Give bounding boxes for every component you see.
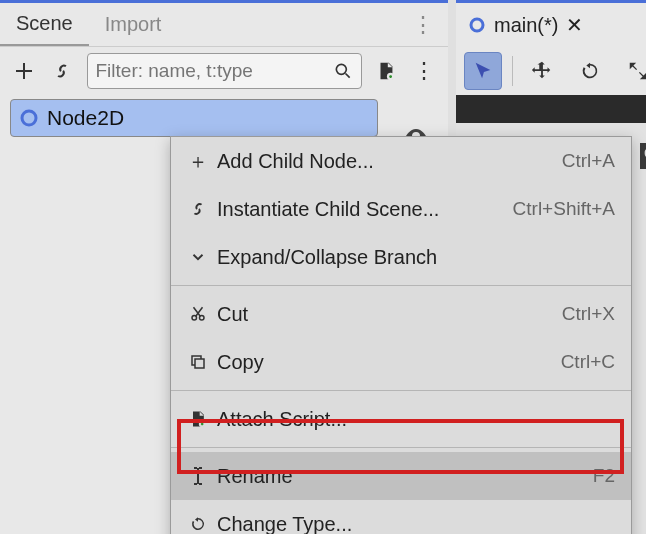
- text-cursor-icon: [185, 466, 211, 486]
- add-node-button[interactable]: [10, 54, 38, 88]
- scene-tree-node[interactable]: Node2D: [10, 99, 378, 137]
- dock-menu-icon[interactable]: ⋮: [398, 12, 448, 38]
- tab-import[interactable]: Import: [89, 3, 178, 46]
- viewport-toolbar: [456, 47, 646, 95]
- cut-icon: [185, 305, 211, 323]
- svg-point-0: [336, 64, 346, 74]
- menu-separator: [171, 285, 631, 286]
- svg-point-2: [22, 111, 36, 125]
- context-menu: ＋ Add Child Node... Ctrl+A Instantiate C…: [170, 136, 632, 534]
- reload-icon: [185, 515, 211, 533]
- attach-script-button[interactable]: [372, 54, 400, 88]
- scene-toolbar: ⋮: [0, 47, 448, 95]
- zoom-label: %: [640, 143, 646, 169]
- menu-rename[interactable]: Rename F2: [171, 452, 631, 500]
- scene-tree: Node2D: [0, 95, 448, 141]
- copy-icon: [185, 353, 211, 371]
- menu-separator: [171, 390, 631, 391]
- menu-instantiate[interactable]: Instantiate Child Scene... Ctrl+Shift+A: [171, 185, 631, 233]
- menu-cut[interactable]: Cut Ctrl+X: [171, 290, 631, 338]
- scale-tool[interactable]: [619, 52, 646, 90]
- menu-change-type[interactable]: Change Type...: [171, 500, 631, 534]
- svg-point-3: [471, 19, 483, 31]
- move-tool[interactable]: [523, 52, 561, 90]
- instance-scene-button[interactable]: [48, 54, 76, 88]
- chevron-down-icon: [185, 248, 211, 266]
- plus-icon: ＋: [185, 148, 211, 175]
- menu-attach-script[interactable]: Attach Script...: [171, 395, 631, 443]
- more-options-icon[interactable]: ⋮: [410, 54, 438, 88]
- close-icon[interactable]: ✕: [566, 13, 583, 37]
- node2d-icon: [19, 108, 39, 128]
- menu-expand-collapse[interactable]: Expand/Collapse Branch: [171, 233, 631, 281]
- dock-tabs: Scene Import ⋮: [0, 3, 448, 47]
- tab-scene[interactable]: Scene: [0, 3, 89, 46]
- rotate-tool[interactable]: [571, 52, 609, 90]
- filter-input[interactable]: [96, 60, 333, 82]
- menu-copy[interactable]: Copy Ctrl+C: [171, 338, 631, 386]
- viewport-ruler: [456, 95, 646, 123]
- filter-box[interactable]: [87, 53, 362, 89]
- select-tool[interactable]: [464, 52, 502, 90]
- menu-add-child[interactable]: ＋ Add Child Node... Ctrl+A: [171, 137, 631, 185]
- link-icon: [185, 199, 211, 219]
- node-label: Node2D: [47, 106, 124, 130]
- menu-separator: [171, 447, 631, 448]
- search-icon: [333, 61, 353, 81]
- divider: [512, 56, 513, 86]
- scene-file-label: main(*): [494, 14, 558, 37]
- scene-file-tab[interactable]: main(*) ✕: [456, 3, 646, 47]
- node2d-icon: [468, 16, 486, 34]
- svg-rect-7: [195, 359, 204, 368]
- script-add-icon: [185, 409, 211, 429]
